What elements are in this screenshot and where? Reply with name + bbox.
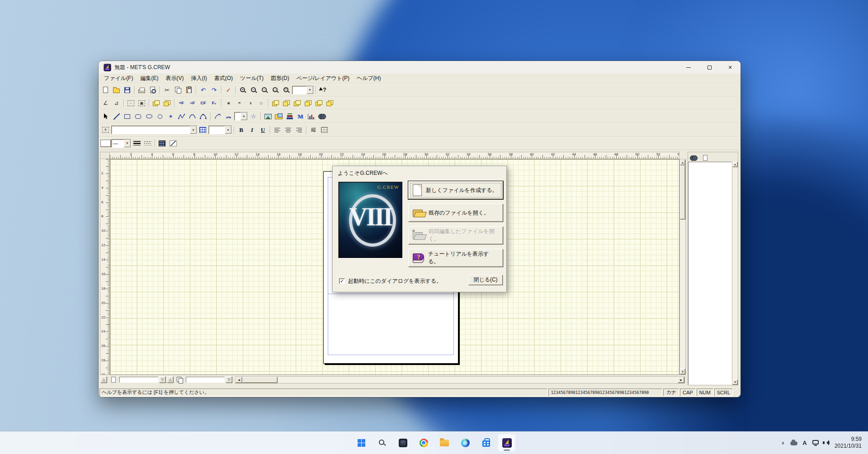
- new-file-icon[interactable]: [100, 85, 111, 95]
- font-combo-dropdown-arrow[interactable]: ▼: [190, 126, 197, 134]
- library-icon[interactable]: [284, 112, 295, 122]
- align-center-icon[interactable]: [283, 125, 293, 135]
- undo-icon[interactable]: ↶: [198, 85, 208, 95]
- start-button[interactable]: [352, 434, 370, 452]
- scroll-up-button[interactable]: ▲: [680, 159, 685, 165]
- onedrive-icon[interactable]: [788, 435, 799, 451]
- select-tool[interactable]: [100, 112, 111, 122]
- fill-pattern-icon[interactable]: [157, 138, 167, 148]
- fit-text-icon[interactable]: =F: [176, 98, 187, 108]
- resize-grip[interactable]: [734, 388, 740, 396]
- shade-100-icon[interactable]: ●: [223, 98, 234, 108]
- horizontal-scrollbar[interactable]: ◀ ▶: [235, 376, 685, 384]
- align-left-icon[interactable]: [272, 125, 283, 135]
- tray-expand-button[interactable]: ∧: [778, 435, 788, 451]
- open-existing-file-button[interactable]: 既存のファイルを開く。: [408, 204, 503, 222]
- panel-page-icon[interactable]: [700, 153, 710, 163]
- align-right-icon[interactable]: [294, 125, 304, 135]
- font-size-combo-dropdown-arrow[interactable]: ▼: [225, 126, 231, 134]
- menu-view[interactable]: 表示(V): [162, 74, 187, 83]
- swap-order-icon[interactable]: [314, 98, 324, 108]
- open-file-icon[interactable]: [111, 85, 122, 95]
- taskbar-clock[interactable]: 9:59 2021/10/31: [832, 436, 866, 449]
- side-panel-list[interactable]: [688, 162, 732, 385]
- curve-tool[interactable]: [187, 112, 198, 122]
- zoom-area-icon[interactable]: ∷: [281, 85, 292, 95]
- paste-icon[interactable]: [184, 85, 194, 95]
- bring-forward-icon[interactable]: [292, 98, 302, 108]
- task-view-button[interactable]: [394, 434, 412, 452]
- arc-angle-spin[interactable]: ▼: [234, 112, 248, 122]
- chord-tool[interactable]: [223, 112, 234, 122]
- char-grid-icon[interactable]: [319, 125, 330, 135]
- frame-2-icon[interactable]: F₂: [209, 98, 219, 108]
- spellcheck-icon[interactable]: ✓: [223, 85, 234, 95]
- zoom-out-icon[interactable]: −: [249, 85, 259, 95]
- bold-button[interactable]: B: [236, 125, 246, 135]
- shade-75-icon[interactable]: ◓: [234, 98, 245, 108]
- insert-image-icon[interactable]: [263, 112, 273, 122]
- layer-up-button[interactable]: △: [167, 376, 174, 383]
- create-new-file-button[interactable]: 新しくファイルを作成する。: [408, 181, 503, 199]
- panel-scroll-track[interactable]: [732, 167, 738, 379]
- shade-0-icon[interactable]: ○: [256, 98, 266, 108]
- line-tool[interactable]: [111, 112, 122, 122]
- vertical-scroll-thumb[interactable]: [680, 165, 685, 220]
- page-list-icon[interactable]: [108, 375, 118, 385]
- rect-tool[interactable]: [122, 112, 132, 122]
- polyline-tool[interactable]: [176, 112, 187, 122]
- fill-color-swatch[interactable]: [100, 138, 111, 148]
- scroll-right-button[interactable]: ▶: [678, 377, 684, 383]
- minimize-button[interactable]: [678, 61, 699, 74]
- cut-icon[interactable]: ✂: [162, 85, 172, 95]
- freeform-tool[interactable]: [198, 112, 208, 122]
- side-panel-scrollbar[interactable]: ▲ ▼: [732, 162, 738, 385]
- volume-icon[interactable]: [821, 435, 832, 451]
- shear-icon[interactable]: ⊿: [111, 98, 122, 108]
- layer-down-button[interactable]: ▽: [226, 376, 232, 383]
- menu-pagelayout[interactable]: ページ/レイアウト(P): [293, 74, 353, 83]
- star-tool[interactable]: ☆: [248, 112, 259, 122]
- chrome-button[interactable]: [415, 434, 433, 452]
- send-to-back-icon[interactable]: [281, 98, 292, 108]
- vertical-scroll-track[interactable]: [680, 165, 685, 369]
- store-button[interactable]: [477, 434, 495, 452]
- circle-tool[interactable]: [155, 112, 165, 122]
- ungroup-icon[interactable]: ▣: [137, 98, 147, 108]
- save-icon[interactable]: [122, 85, 132, 95]
- zoom-in-icon[interactable]: +: [238, 85, 248, 95]
- search-button[interactable]: [373, 434, 391, 452]
- close-dialog-button[interactable]: 閉じる(C): [468, 275, 503, 285]
- underline-button[interactable]: U: [258, 125, 268, 135]
- context-help-icon[interactable]: ?: [318, 85, 328, 95]
- line-dash-icon[interactable]: [142, 138, 153, 148]
- edge-button[interactable]: [456, 434, 474, 452]
- page-up-button[interactable]: △: [100, 376, 107, 383]
- scroll-left-button[interactable]: ◀: [236, 377, 242, 383]
- group-icon[interactable]: ▫: [126, 98, 136, 108]
- align-objects-icon[interactable]: [151, 98, 161, 108]
- menu-insert[interactable]: 挿入(I): [187, 74, 210, 83]
- line-width-icon[interactable]: [132, 138, 142, 148]
- roundrect-tool[interactable]: [133, 112, 143, 122]
- menu-format[interactable]: 書式(O): [211, 74, 236, 83]
- zoom-level-combo-dropdown-arrow[interactable]: ▼: [307, 86, 313, 94]
- vertical-scrollbar[interactable]: ▲ ▼: [679, 159, 686, 375]
- arc-angle-spin-dropdown-arrow[interactable]: ▼: [241, 112, 247, 120]
- show-on-startup-checkbox[interactable]: ✓ 起動時にこのダイアログを表示する。: [339, 277, 442, 285]
- print-preview-icon[interactable]: [147, 85, 158, 95]
- panel-scroll-up-button[interactable]: ▲: [732, 162, 738, 167]
- panel-scroll-down-button[interactable]: ▼: [732, 379, 738, 385]
- fit-frame-icon[interactable]: ≡F: [187, 98, 198, 108]
- bring-to-front-icon[interactable]: [270, 98, 281, 108]
- zoom-width-icon[interactable]: ↔: [270, 85, 281, 95]
- rotate-icon[interactable]: ∠: [100, 98, 111, 108]
- italic-button[interactable]: I: [247, 125, 257, 135]
- gallery-search-icon[interactable]: [317, 112, 327, 122]
- menu-tools[interactable]: ツール(T): [236, 74, 267, 83]
- maximize-button[interactable]: [699, 61, 720, 74]
- layer-list-icon[interactable]: [175, 375, 185, 385]
- distribute-objects-icon[interactable]: [162, 98, 172, 108]
- chart-icon[interactable]: [306, 112, 316, 122]
- print-icon[interactable]: [137, 85, 147, 95]
